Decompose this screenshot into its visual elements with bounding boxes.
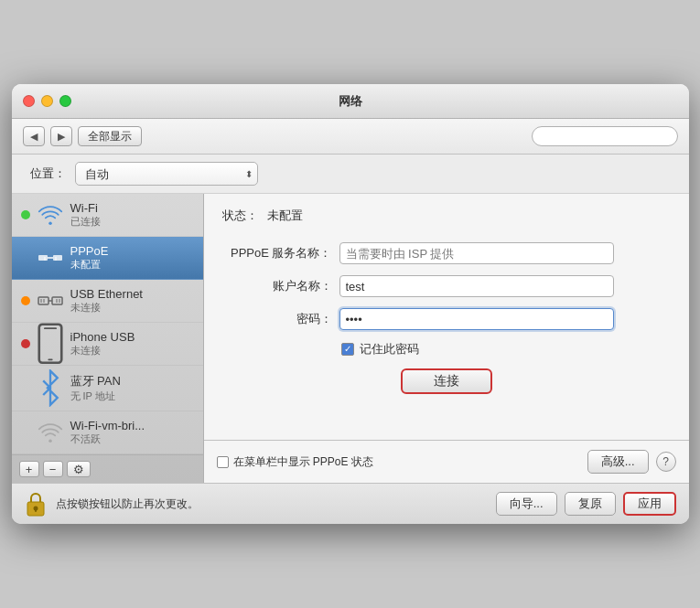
menu-bar-checkbox[interactable] <box>217 456 229 468</box>
bluetooth-pan-status-dot <box>21 384 30 393</box>
checkbox-check-icon: ✓ <box>344 345 351 354</box>
wifi-status: 已连接 <box>70 215 194 229</box>
advanced-button[interactable]: 高级... <box>587 450 649 474</box>
wizard-button[interactable]: 向导... <box>496 492 557 516</box>
sidebar-item-usb-ethernet[interactable]: USB Ethernet 未连接 <box>12 280 203 323</box>
sidebar-item-iphone-usb[interactable]: iPhone USB 未连接 <box>12 323 203 366</box>
pppoe-status: 未配置 <box>70 258 194 272</box>
close-button[interactable] <box>23 95 35 107</box>
network-gear-button[interactable]: ⚙ <box>67 461 91 477</box>
status-value: 未配置 <box>267 208 303 224</box>
search-input[interactable] <box>532 126 678 146</box>
pppoe-service-label: PPPoE 服务名称： <box>222 245 332 261</box>
svg-rect-12 <box>38 325 61 363</box>
bluetooth-pan-status: 无 IP 地址 <box>70 389 194 403</box>
sidebar-items: Wi-Fi 已连接 <box>12 194 203 454</box>
usb-ethernet-name: USB Ethernet <box>70 287 194 301</box>
bottom-bar: 在菜单栏中显示 PPPoE 状态 高级... ? <box>204 440 689 483</box>
wifi-info: Wi-Fi 已连接 <box>70 201 194 229</box>
location-bar: 位置： 自动 新建位置... ⬍ <box>12 155 689 194</box>
password-row: 密码： <box>222 308 671 330</box>
maximize-button[interactable] <box>59 95 71 107</box>
bottom-right-buttons: 高级... ? <box>587 450 676 474</box>
password-label: 密码： <box>222 311 332 327</box>
pppoe-status-dot <box>21 253 30 262</box>
wifi-status-dot <box>21 210 30 219</box>
pppoe-service-input[interactable] <box>339 242 614 264</box>
add-network-button[interactable]: + <box>19 461 39 477</box>
connect-button-row: 连接 <box>222 368 671 394</box>
wifi-vm-name: Wi-Fi-vm-bri... <box>70 419 194 432</box>
show-all-button[interactable]: 全部显示 <box>78 126 142 146</box>
wifi-vm-info: Wi-Fi-vm-bri... 不活跃 <box>70 419 194 446</box>
sidebar-bottom: + − ⚙ <box>12 454 203 483</box>
menu-bar-label: 在菜单栏中显示 PPPoE 状态 <box>233 454 373 470</box>
pppoe-name: PPPoE <box>70 244 194 258</box>
usb-ethernet-info: USB Ethernet 未连接 <box>70 287 194 315</box>
bluetooth-pan-name: 蓝牙 PAN <box>70 373 194 389</box>
pppoe-service-row: PPPoE 服务名称： <box>222 242 671 264</box>
bluetooth-pan-info: 蓝牙 PAN 无 IP 地址 <box>70 373 194 403</box>
usb-ethernet-icon <box>38 288 63 314</box>
remember-password-row: ✓ 记住此密码 <box>341 341 671 357</box>
footer-bar: 点按锁按钮以防止再次更改。 向导... 复原 应用 <box>12 483 689 524</box>
svg-rect-1 <box>53 255 62 261</box>
apply-button[interactable]: 应用 <box>623 492 676 516</box>
account-input[interactable] <box>339 275 614 297</box>
footer-lock-text: 点按锁按钮以防止再次更改。 <box>56 496 487 512</box>
toolbar: ◀ ▶ 全部显示 🔍 <box>12 119 689 155</box>
wifi-vm-status: 不活跃 <box>70 432 194 446</box>
wifi-icon <box>38 202 63 228</box>
forward-button[interactable]: ▶ <box>50 126 72 146</box>
connect-button[interactable]: 连接 <box>401 368 492 394</box>
iphone-usb-status-dot <box>21 339 30 348</box>
right-panel: 状态： 未配置 PPPoE 服务名称： 账户名称： 密码： <box>204 194 689 483</box>
iphone-usb-icon <box>38 331 63 357</box>
iphone-usb-name: iPhone USB <box>70 330 194 344</box>
sidebar-item-wifi[interactable]: Wi-Fi 已连接 <box>12 194 203 237</box>
help-button[interactable]: ? <box>656 452 676 472</box>
iphone-usb-status: 未连接 <box>70 344 194 357</box>
account-row: 账户名称： <box>222 275 671 297</box>
pppoe-icon <box>38 245 63 271</box>
lock-icon[interactable] <box>25 491 47 517</box>
remember-password-checkbox[interactable]: ✓ <box>341 343 354 356</box>
menu-bar-check-wrapper: 在菜单栏中显示 PPPoE 状态 <box>217 454 373 470</box>
wifi-vm-status-dot <box>21 428 30 437</box>
main-content: Wi-Fi 已连接 <box>12 194 689 483</box>
toolbar-left: ◀ ▶ 全部显示 <box>23 126 142 146</box>
wifi-vm-icon <box>38 420 63 445</box>
bluetooth-pan-icon <box>38 376 63 401</box>
form-area: PPPoE 服务名称： 账户名称： 密码： ✓ <box>204 233 689 440</box>
iphone-usb-info: iPhone USB 未连接 <box>70 330 194 357</box>
sidebar-item-pppoe[interactable]: PPPoE 未配置 <box>12 237 203 280</box>
revert-button[interactable]: 复原 <box>565 492 616 516</box>
remove-network-button[interactable]: − <box>43 461 63 477</box>
sidebar-item-wifi-vm[interactable]: Wi-Fi-vm-bri... 不活跃 <box>12 411 203 454</box>
pppoe-info: PPPoE 未配置 <box>70 244 194 272</box>
location-select[interactable]: 自动 新建位置... <box>75 162 258 186</box>
usb-ethernet-status-dot <box>21 296 30 305</box>
search-wrapper: 🔍 <box>532 126 678 146</box>
location-label: 位置： <box>30 165 66 182</box>
remember-password-label: 记住此密码 <box>360 341 419 357</box>
status-row: 状态： 未配置 <box>204 194 689 233</box>
wifi-name: Wi-Fi <box>70 201 194 215</box>
location-select-wrapper: 自动 新建位置... ⬍ <box>75 162 258 186</box>
svg-rect-13 <box>44 328 57 330</box>
svg-rect-14 <box>48 359 52 361</box>
svg-rect-0 <box>38 255 48 261</box>
traffic-lights <box>23 95 71 107</box>
network-preferences-window: 网络 ◀ ▶ 全部显示 🔍 位置： 自动 新建位置... ⬍ <box>12 84 689 524</box>
back-button[interactable]: ◀ <box>23 126 45 146</box>
bottom-left: 在菜单栏中显示 PPPoE 状态 <box>217 454 580 470</box>
minimize-button[interactable] <box>41 95 53 107</box>
account-label: 账户名称： <box>222 278 332 294</box>
titlebar: 网络 <box>12 84 689 119</box>
window-title: 网络 <box>339 93 362 110</box>
password-input[interactable] <box>339 308 614 330</box>
sidebar: Wi-Fi 已连接 <box>12 194 204 483</box>
sidebar-item-bluetooth-pan[interactable]: 蓝牙 PAN 无 IP 地址 <box>12 366 203 411</box>
usb-ethernet-status: 未连接 <box>70 301 194 315</box>
footer-buttons: 向导... 复原 应用 <box>496 492 676 516</box>
